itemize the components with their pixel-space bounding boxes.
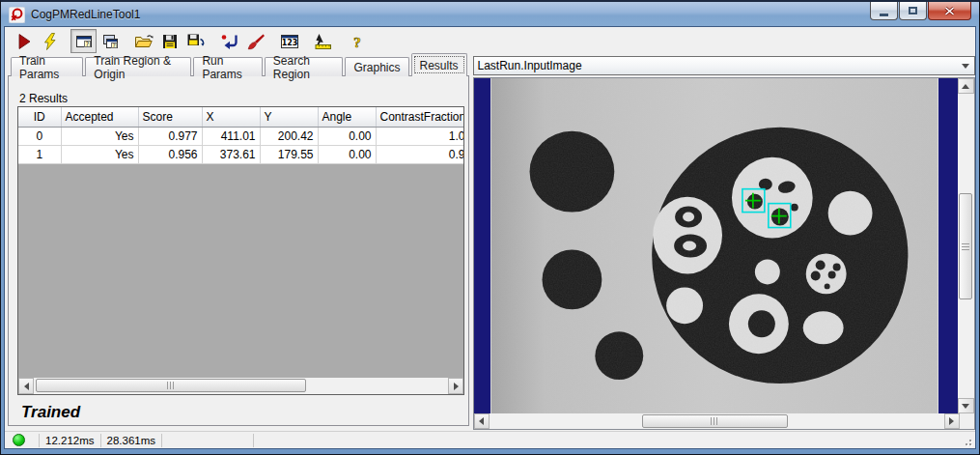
tab-search-region[interactable]: Search Region: [265, 57, 344, 76]
scroll-thumb[interactable]: [642, 414, 788, 428]
close-icon: [944, 7, 955, 15]
arrow-up-icon: [962, 84, 969, 89]
window-body: ??123? Train ParamsTrain Region & Origin…: [5, 27, 975, 448]
image-horizontal-scrollbar: [474, 413, 960, 429]
scroll-right-button[interactable]: [448, 378, 463, 394]
maximize-icon: [909, 7, 917, 14]
svg-text:?: ?: [353, 34, 361, 49]
results-table: IDAcceptedScoreXYAngleContrastFraction 0…: [18, 107, 464, 164]
status-bar: 12.212ms 28.361ms: [5, 431, 975, 448]
titlebar[interactable]: CogPMRedLineTool1: [1, 2, 979, 27]
main-area: Train ParamsTrain Region & OriginRun Par…: [5, 55, 975, 430]
save-button[interactable]: [156, 29, 182, 53]
column-header-angle[interactable]: Angle: [318, 107, 376, 127]
image-frame: [473, 77, 975, 430]
arrow-right-icon: [454, 383, 459, 390]
separator: [100, 434, 101, 447]
cogpm-tool-window: CogPMRedLineTool1 ??123? Train ParamsTra…: [0, 0, 980, 455]
scroll-track[interactable]: [34, 378, 448, 394]
image-margin-left: [474, 78, 490, 413]
help-icon: ?: [350, 33, 365, 50]
tab-train-params[interactable]: Train Params: [11, 57, 83, 76]
separator: [39, 434, 40, 447]
save-as-icon: [186, 33, 206, 50]
result-cell[interactable]: 179.55: [260, 145, 318, 163]
pointer-ruler-button[interactable]: [310, 29, 336, 53]
svg-text:?: ?: [112, 42, 115, 47]
arrow-left-icon: [479, 417, 484, 425]
show-record-button[interactable]: ?: [70, 29, 97, 53]
scroll-down-button[interactable]: [958, 398, 974, 413]
minimize-icon: [880, 14, 888, 16]
resize-grip[interactable]: [962, 436, 971, 445]
result-cell[interactable]: 0.977: [138, 127, 202, 145]
run-time-value: 12.212ms: [45, 435, 95, 446]
scroll-track[interactable]: [958, 94, 974, 398]
scroll-track[interactable]: [490, 413, 944, 429]
result-cell[interactable]: 0.00: [318, 127, 376, 145]
scroll-up-button[interactable]: [958, 78, 974, 94]
toolbar: ??123?: [5, 27, 975, 55]
image-vertical-scrollbar: [958, 78, 974, 413]
separator: [161, 434, 162, 447]
scroll-thumb[interactable]: [36, 379, 306, 392]
result-cell[interactable]: 0.956: [138, 145, 202, 163]
column-header-accepted[interactable]: Accepted: [61, 107, 138, 127]
thumb-grip-icon: [167, 382, 175, 389]
column-header-y[interactable]: Y: [260, 107, 318, 127]
result-row-1: 1Yes0.956373.61179.550.000.9: [18, 145, 464, 163]
scroll-left-button[interactable]: [474, 413, 490, 429]
scroll-thumb[interactable]: [959, 193, 972, 299]
scroll-left-button[interactable]: [18, 378, 34, 394]
result-cell[interactable]: 1: [18, 145, 61, 163]
image-display-panel: LastRun.InputImage: [473, 55, 975, 430]
run-electric-button[interactable]: [37, 29, 63, 53]
column-header-id[interactable]: ID: [18, 107, 61, 127]
minimize-button[interactable]: [870, 2, 898, 20]
save-icon: [161, 33, 179, 50]
maximize-button[interactable]: [899, 2, 927, 20]
reset-button[interactable]: [216, 29, 242, 53]
result-cell[interactable]: 1.0: [376, 127, 464, 145]
app-icon: [9, 7, 25, 23]
open-folder-icon: [134, 33, 154, 50]
grid-empty-area: [18, 164, 463, 379]
tab-run-params[interactable]: Run Params: [193, 57, 262, 76]
result-cell[interactable]: 411.01: [202, 127, 260, 145]
scroll-right-button[interactable]: [944, 413, 960, 429]
numeric-123-icon: 123: [280, 33, 299, 50]
close-button[interactable]: [928, 2, 971, 20]
result-cell[interactable]: 0.00: [318, 145, 376, 163]
paintbrush-icon: [247, 33, 265, 50]
result-cell[interactable]: 373.61: [202, 145, 260, 163]
result-cell[interactable]: 0: [18, 127, 61, 145]
arrow-down-icon: [962, 404, 969, 409]
pointer-ruler-icon: [314, 33, 333, 50]
result-cell[interactable]: Yes: [61, 127, 138, 145]
result-cell[interactable]: 200.42: [260, 127, 318, 145]
numeric-results-button[interactable]: 123: [276, 29, 302, 53]
column-header-x[interactable]: X: [202, 107, 260, 127]
run-button[interactable]: [11, 29, 37, 53]
column-header-contrastfraction[interactable]: ContrastFraction: [376, 107, 464, 127]
save-as-button[interactable]: [182, 29, 209, 53]
tab-train-region-origin[interactable]: Train Region & Origin: [85, 57, 191, 76]
result-cell[interactable]: 0.9: [376, 145, 464, 163]
thumb-grip-icon: [962, 242, 969, 250]
total-time-value: 28.361ms: [107, 435, 156, 446]
undo-arrow-icon: [220, 33, 239, 50]
float-record-button[interactable]: ?: [97, 29, 123, 53]
tab-graphics[interactable]: Graphics: [345, 57, 408, 76]
tab-results[interactable]: Results: [411, 53, 467, 76]
svg-text:?: ?: [85, 40, 88, 47]
result-cell[interactable]: Yes: [61, 145, 138, 163]
combobox-value: LastRun.InputImage: [478, 59, 582, 72]
column-header-score[interactable]: Score: [138, 107, 202, 127]
results-tab-page: 2 Results IDAcceptedScoreXYAngleContrast…: [8, 75, 469, 426]
image-view-combobox[interactable]: LastRun.InputImage: [473, 56, 975, 75]
edit-graphics-button[interactable]: [242, 29, 268, 53]
input-image[interactable]: [490, 78, 938, 413]
help-button[interactable]: ?: [344, 29, 370, 53]
tab-strip: Train ParamsTrain Region & OriginRun Par…: [8, 55, 469, 76]
open-button[interactable]: [130, 29, 156, 53]
